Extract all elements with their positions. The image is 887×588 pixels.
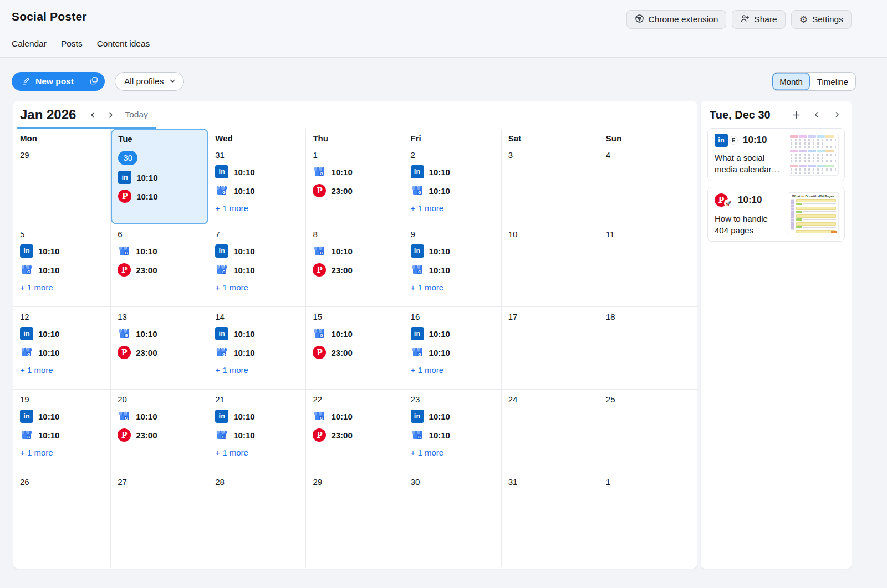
more-posts-link[interactable]: + 1 more: [411, 203, 495, 213]
next-month-button[interactable]: [101, 106, 119, 124]
scheduled-post[interactable]: in10:10: [20, 327, 104, 340]
scheduled-post[interactable]: in10:10: [118, 171, 201, 184]
calendar-day-cell[interactable]: Tue30in10:10P10:10: [111, 129, 208, 224]
scheduled-post[interactable]: G10:10: [215, 428, 299, 442]
scheduled-post[interactable]: G10:10: [118, 244, 201, 258]
calendar-day-cell[interactable]: Fri2in10:10G10:10+ 1 more: [404, 129, 502, 224]
scheduled-post[interactable]: G10:10: [313, 165, 396, 178]
scheduled-post[interactable]: G10:10: [20, 263, 104, 277]
tab-calendar[interactable]: Calendar: [12, 39, 47, 49]
scheduled-post[interactable]: P23:00: [118, 428, 201, 442]
scheduled-post[interactable]: in10:10: [411, 410, 495, 423]
more-posts-link[interactable]: + 1 more: [215, 448, 299, 457]
share-button[interactable]: Share: [732, 10, 785, 29]
scheduled-post[interactable]: G10:10: [313, 327, 396, 340]
more-posts-link[interactable]: + 1 more: [411, 283, 495, 292]
scheduled-post[interactable]: in10:10: [215, 165, 299, 178]
scheduled-post[interactable]: G10:10: [411, 428, 495, 442]
calendar-day-cell[interactable]: Sun4: [599, 129, 697, 224]
calendar-day-cell[interactable]: 28: [208, 472, 306, 567]
calendar-day-cell[interactable]: 17: [502, 307, 599, 390]
scheduled-post[interactable]: G10:10: [20, 346, 104, 359]
calendar-day-cell[interactable]: 15G10:10P23:00: [306, 307, 404, 390]
scheduled-post[interactable]: in10:10: [215, 327, 299, 340]
more-posts-link[interactable]: + 1 more: [215, 203, 299, 213]
calendar-day-cell[interactable]: 10: [502, 224, 599, 307]
scheduled-post[interactable]: in10:10: [411, 327, 495, 340]
more-posts-link[interactable]: + 1 more: [215, 283, 299, 292]
calendar-day-cell[interactable]: 24: [502, 390, 599, 472]
calendar-day-cell[interactable]: 1: [599, 472, 697, 567]
calendar-day-cell[interactable]: 9in10:10G10:10+ 1 more: [404, 224, 502, 307]
scheduled-post[interactable]: G10:10: [313, 410, 396, 423]
scheduled-post[interactable]: G10:10: [215, 263, 299, 277]
calendar-day-cell[interactable]: 29: [306, 472, 404, 567]
scheduled-post[interactable]: G10:10: [118, 327, 201, 340]
calendar-day-cell[interactable]: 26: [13, 472, 111, 567]
today-button[interactable]: Today: [125, 110, 147, 120]
calendar-day-cell[interactable]: Sat3: [502, 129, 599, 224]
calendar-day-cell[interactable]: 27: [111, 472, 208, 567]
tab-posts[interactable]: Posts: [61, 39, 83, 49]
calendar-day-cell[interactable]: 5in10:10G10:10+ 1 more: [13, 224, 111, 307]
scheduled-post[interactable]: G10:10: [411, 346, 495, 359]
more-posts-link[interactable]: + 1 more: [411, 365, 495, 375]
scheduled-post[interactable]: P23:00: [313, 346, 396, 359]
calendar-day-cell[interactable]: 19in10:10G10:10+ 1 more: [13, 390, 111, 472]
scheduled-post[interactable]: P23:00: [313, 184, 396, 197]
scheduled-post[interactable]: G10:10: [215, 346, 299, 359]
new-post-button[interactable]: New post: [12, 72, 83, 91]
scheduled-post[interactable]: in10:10: [20, 410, 104, 423]
more-posts-link[interactable]: + 1 more: [20, 448, 104, 457]
calendar-day-cell[interactable]: 13G10:10P23:00: [111, 307, 208, 390]
prev-day-button[interactable]: [811, 108, 822, 121]
scheduled-post[interactable]: in10:10: [411, 165, 495, 178]
scheduled-post[interactable]: G10:10: [411, 184, 495, 197]
scheduled-post[interactable]: P23:00: [313, 428, 396, 442]
sidebar-post-card[interactable]: inE10:10What a social media calendar c..…: [707, 128, 845, 181]
profiles-dropdown[interactable]: All profiles: [115, 72, 185, 91]
calendar-day-cell[interactable]: 14in10:10G10:10+ 1 more: [208, 307, 306, 390]
calendar-day-cell[interactable]: 6G10:10P23:00: [111, 224, 208, 307]
more-posts-link[interactable]: + 1 more: [20, 365, 104, 375]
scheduled-post[interactable]: G10:10: [215, 184, 299, 197]
scheduled-post[interactable]: in10:10: [215, 244, 299, 258]
calendar-day-cell[interactable]: 8G10:10P23:00: [306, 224, 404, 307]
scheduled-post[interactable]: P23:00: [118, 263, 201, 277]
next-day-button[interactable]: [832, 108, 843, 121]
scheduled-post[interactable]: in10:10: [411, 244, 495, 258]
settings-button[interactable]: ⚙ Settings: [791, 10, 852, 29]
calendar-day-cell[interactable]: 23in10:10G10:10+ 1 more: [404, 390, 502, 472]
calendar-day-cell[interactable]: Wed31in10:10G10:10+ 1 more: [208, 129, 306, 224]
calendar-day-cell[interactable]: 20G10:10P23:00: [111, 390, 208, 472]
more-posts-link[interactable]: + 1 more: [20, 283, 104, 292]
calendar-day-cell[interactable]: 22G10:10P23:00: [306, 390, 404, 472]
add-post-button[interactable]: [791, 108, 802, 121]
calendar-day-cell[interactable]: 11: [599, 224, 697, 307]
scheduled-post[interactable]: P23:00: [313, 263, 396, 277]
chrome-extension-button[interactable]: Chrome extension: [626, 10, 727, 29]
scheduled-post[interactable]: in10:10: [215, 410, 299, 423]
view-toggle-month[interactable]: Month: [772, 73, 810, 90]
calendar-scrollbar-thumb[interactable]: [17, 127, 156, 129]
calendar-day-cell[interactable]: 18: [599, 307, 697, 390]
scheduled-post[interactable]: in10:10: [20, 244, 104, 258]
scheduled-post[interactable]: P23:00: [118, 346, 201, 359]
calendar-day-cell[interactable]: 25: [599, 390, 697, 472]
calendar-day-cell[interactable]: 16in10:10G10:10+ 1 more: [404, 307, 502, 390]
tab-content-ideas[interactable]: Content ideas: [97, 39, 150, 49]
scheduled-post[interactable]: G10:10: [118, 410, 201, 423]
calendar-day-cell[interactable]: 30: [404, 472, 502, 567]
scheduled-post[interactable]: G10:10: [20, 428, 104, 442]
more-posts-link[interactable]: + 1 more: [411, 448, 495, 457]
calendar-day-cell[interactable]: 7in10:10G10:10+ 1 more: [208, 224, 306, 307]
scheduled-post[interactable]: G10:10: [313, 244, 396, 258]
calendar-day-cell[interactable]: Thu1G10:10P23:00: [306, 129, 404, 224]
calendar-day-cell[interactable]: 31: [502, 472, 599, 567]
calendar-day-cell[interactable]: 12in10:10G10:10+ 1 more: [13, 307, 111, 390]
calendar-day-cell[interactable]: 21in10:10G10:10+ 1 more: [208, 390, 306, 472]
calendar-day-cell[interactable]: Mon29: [13, 129, 111, 224]
view-toggle-timeline[interactable]: Timeline: [810, 73, 855, 90]
new-post-bulk-button[interactable]: [83, 72, 105, 91]
more-posts-link[interactable]: + 1 more: [215, 365, 299, 375]
